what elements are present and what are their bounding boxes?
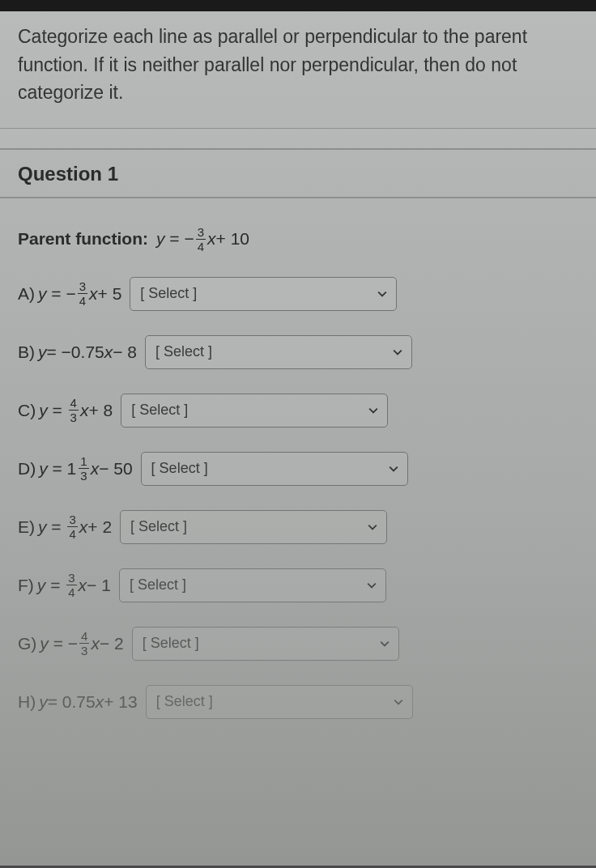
option-h-equation: H) y = 0.75x + 13 (18, 692, 138, 712)
app-frame: Categorize each line as parallel or perp… (0, 0, 596, 868)
option-row-f: F) y = 34x − 1 [ Select ] (18, 568, 578, 602)
chevron-down-icon (368, 405, 379, 416)
option-b-select[interactable]: [ Select ] (145, 335, 412, 369)
chevron-down-icon (367, 521, 378, 533)
select-placeholder: [ Select ] (131, 402, 188, 419)
option-e-select[interactable]: [ Select ] (120, 510, 387, 544)
option-row-e: E) y = 34x + 2 [ Select ] (18, 510, 578, 544)
chevron-down-icon (388, 463, 399, 474)
chevron-down-icon (379, 638, 390, 649)
select-placeholder: [ Select ] (151, 460, 208, 477)
option-f-select[interactable]: [ Select ] (119, 568, 386, 602)
chevron-down-icon (377, 288, 388, 300)
option-a-equation: A) y = −34x + 5 (18, 280, 121, 307)
option-d-equation: D) y = 113x − 50 (18, 455, 133, 482)
chevron-down-icon (392, 347, 403, 358)
option-e-equation: E) y = 34x + 2 (18, 513, 112, 540)
chevron-down-icon (366, 580, 377, 591)
select-placeholder: [ Select ] (155, 343, 212, 360)
option-row-b: B) y = −0.75x − 8 [ Select ] (18, 335, 578, 369)
parent-function-line: Parent function: y = −34x + 10 (18, 226, 578, 253)
select-placeholder: [ Select ] (143, 635, 199, 652)
option-f-equation: F) y = 34x − 1 (18, 572, 111, 598)
option-h-select[interactable]: [ Select ] (146, 685, 413, 719)
option-row-h: H) y = 0.75x + 13 [ Select ] (18, 685, 578, 719)
instructions-text: Categorize each line as parallel or perp… (0, 11, 596, 129)
option-row-g: G) y = −43x − 2 [ Select ] (18, 627, 578, 661)
option-g-select[interactable]: [ Select ] (132, 627, 399, 661)
select-placeholder: [ Select ] (130, 577, 186, 594)
question-header: Question 1 (0, 150, 596, 198)
parent-function-label: Parent function: (18, 229, 148, 249)
option-row-d: D) y = 113x − 50 [ Select ] (18, 452, 578, 486)
divider-row (0, 129, 596, 150)
chevron-down-icon (393, 696, 404, 708)
option-c-select[interactable]: [ Select ] (121, 394, 388, 428)
option-c-equation: C) y = 43x + 8 (18, 397, 113, 423)
option-row-c: C) y = 43x + 8 [ Select ] (18, 394, 578, 428)
select-placeholder: [ Select ] (156, 693, 213, 710)
select-placeholder: [ Select ] (140, 285, 197, 302)
option-a-select[interactable]: [ Select ] (130, 277, 397, 311)
option-g-equation: G) y = −43x − 2 (18, 630, 124, 657)
option-d-select[interactable]: [ Select ] (141, 452, 408, 486)
question-content: Parent function: y = −34x + 10 A) y = −3… (0, 198, 596, 742)
option-b-equation: B) y = −0.75x − 8 (18, 343, 137, 362)
select-placeholder: [ Select ] (130, 518, 187, 535)
option-row-a: A) y = −34x + 5 [ Select ] (18, 277, 578, 311)
parent-function-equation: y = −34x + 10 (156, 226, 249, 253)
